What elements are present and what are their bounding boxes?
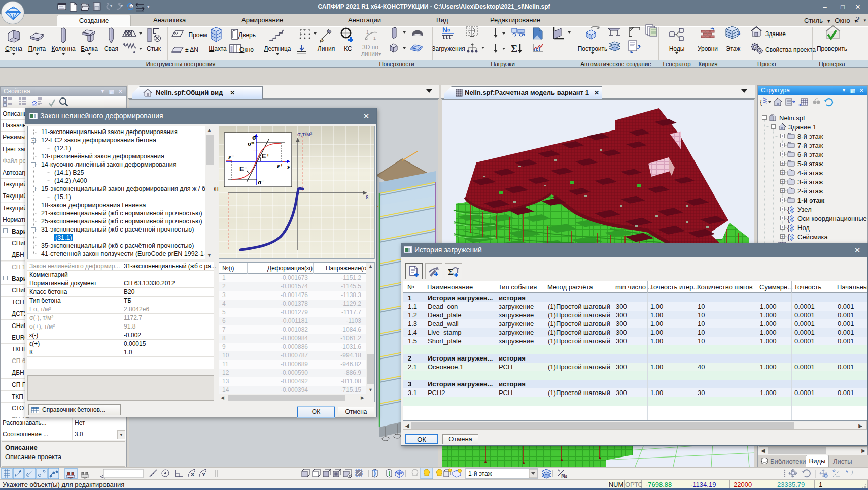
svg-text:1-й этаж: 1-й этаж xyxy=(468,470,492,477)
svg-text:£: £ xyxy=(713,27,715,31)
svg-text:Y: Y xyxy=(202,472,205,477)
svg-text:Σ: Σ xyxy=(511,43,517,54)
svg-text:1: 1 xyxy=(373,36,376,41)
svg-text:{: { xyxy=(787,233,790,241)
svg-text:ε: ε xyxy=(287,163,290,171)
svg-text:{: { xyxy=(787,223,790,232)
svg-text:E⁺: E⁺ xyxy=(262,152,270,160)
svg-text:▾: ▾ xyxy=(147,4,150,9)
svg-text:{: { xyxy=(760,98,762,106)
svg-text:{: { xyxy=(787,214,790,223)
svg-text:▾: ▾ xyxy=(110,4,112,8)
svg-text:σ,т/м²: σ,т/м² xyxy=(297,131,313,137)
svg-text:▾: ▾ xyxy=(121,4,123,8)
svg-text:E⁻: E⁻ xyxy=(239,165,248,173)
svg-text:ε⁺: ε⁺ xyxy=(277,162,284,170)
svg-text:ε: ε xyxy=(366,193,369,201)
svg-text:1: 1 xyxy=(366,29,369,35)
svg-text:σ⁻: σ⁻ xyxy=(258,178,265,186)
svg-text:X: X xyxy=(191,472,194,477)
svg-text:ε⁻: ε⁻ xyxy=(228,153,235,161)
svg-text:№: № xyxy=(561,473,567,479)
svg-text:{: { xyxy=(787,205,790,214)
svg-text:σ*: σ* xyxy=(248,140,255,147)
svg-text:№: № xyxy=(442,26,450,34)
